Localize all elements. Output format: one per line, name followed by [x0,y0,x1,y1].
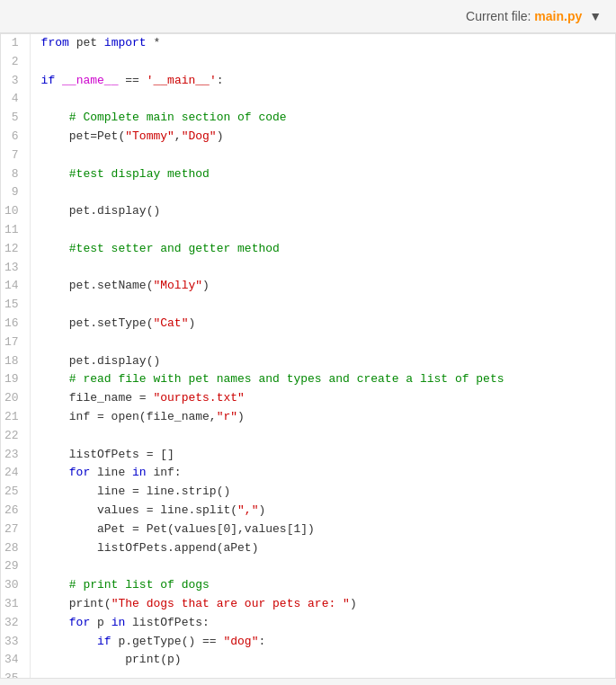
line-code [30,183,615,202]
line-code [30,221,615,240]
str-token: "ourpets.txt" [153,391,244,405]
line-code [30,90,615,109]
line-code: for line in inf: [30,464,615,483]
name-token: aPet = Pet(values[0],values[1]) [41,522,315,536]
name-token: line = line.strip() [41,485,231,498]
name-token: listOfPets.append(aPet) [41,541,259,555]
line-number: 14 [1,277,30,296]
line-code [30,147,615,165]
table-row: 7 [1,147,615,165]
line-code: pet.setType("Cat") [30,315,615,334]
line-number: 33 [1,633,30,652]
line-number: 24 [1,464,30,483]
table-row: 34 print(p) [1,651,615,670]
name-token: values = line.split( [41,503,237,517]
line-code: from pet import * [30,34,615,53]
line-code [30,259,615,278]
comment-token: # Complete main section of code [41,111,287,124]
line-number: 17 [1,334,30,352]
line-number: 16 [1,315,30,334]
line-code: # Complete main section of code [30,109,615,128]
line-code: line = line.strip() [30,483,615,502]
kw-token: from [41,36,69,49]
name-token: inf = open(file_name, [41,410,217,423]
kw-token: if [41,635,112,648]
line-number: 3 [1,72,30,91]
name-token: ) [237,410,245,423]
line-number: 10 [1,202,30,221]
line-number: 26 [1,502,30,520]
line-number: 18 [1,352,30,371]
table-row: 3if __name__ == '__main__': [1,72,615,91]
table-row: 20 file_name = "ourpets.txt" [1,389,615,408]
line-code: inf = open(file_name,"r") [30,408,615,427]
line-number: 21 [1,408,30,427]
table-row: 27 aPet = Pet(values[0],values[1]) [1,520,615,539]
line-number: 22 [1,427,30,446]
str-token: "Dog" [182,129,217,143]
line-number: 34 [1,651,30,670]
comment-token: #test setter and getter method [41,242,280,255]
line-number: 32 [1,614,30,633]
table-row: 15 [1,296,615,315]
str-token: "," [237,503,258,517]
line-number: 5 [1,109,30,128]
line-code: file_name = "ourpets.txt" [30,389,615,408]
table-row: 22 [1,427,615,446]
comment-token: # read file with pet names and types and… [41,372,504,386]
comment-token: # print list of dogs [41,578,210,592]
line-number: 9 [1,183,30,202]
line-number: 13 [1,259,30,278]
filename-dropdown-arrow[interactable]: ▼ [589,9,602,23]
name-token: : [217,74,224,87]
table-row: 11 [1,221,615,240]
line-number: 31 [1,595,30,614]
table-row: 25 line = line.strip() [1,483,615,502]
table-row: 30 # print list of dogs [1,576,615,595]
table-row: 14 pet.setName("Molly") [1,277,615,296]
line-number: 35 [1,670,30,679]
line-code: print(p) [30,651,615,670]
table-row: 9 [1,183,615,202]
table-row: 1from pet import * [1,34,615,53]
name-token: pet [69,36,104,49]
line-number: 8 [1,165,30,184]
line-number: 20 [1,389,30,408]
line-number: 4 [1,90,30,109]
str-token: '__main__' [147,74,217,87]
line-number: 12 [1,240,30,259]
line-number: 11 [1,221,30,240]
line-number: 28 [1,539,30,558]
name-token: ) [258,503,265,517]
line-number: 25 [1,483,30,502]
line-code [30,427,615,446]
line-code [30,334,615,352]
table-row: 18 pet.display() [1,352,615,371]
str-token: "r" [217,410,237,423]
line-code [30,53,615,72]
line-code: pet.display() [30,352,615,371]
name-token: pet.display() [41,204,161,218]
current-filename[interactable]: main.py [534,9,582,23]
line-code [30,557,615,576]
table-row: 33 if p.getType() == "dog": [1,633,615,652]
table-row: 2 [1,53,615,72]
table-row: 21 inf = open(file_name,"r") [1,408,615,427]
line-number: 1 [1,34,30,53]
line-number: 23 [1,446,30,465]
line-code: pet.setName("Molly") [30,277,615,296]
str-token: "Molly" [153,279,202,292]
table-row: 4 [1,90,615,109]
line-code: pet=Pet("Tommy","Dog") [30,128,615,147]
name-token: == [118,74,146,87]
line-code: pet.display() [30,202,615,221]
name-token: , [174,129,182,143]
table-row: 6 pet=Pet("Tommy","Dog") [1,128,615,147]
line-code: listOfPets = [] [30,446,615,465]
name-token: line [90,466,132,479]
comment-token: #test display method [41,167,210,181]
line-number: 19 [1,370,30,389]
line-number: 27 [1,520,30,539]
name-token: * [147,36,161,49]
name-token: print(p) [41,653,182,666]
